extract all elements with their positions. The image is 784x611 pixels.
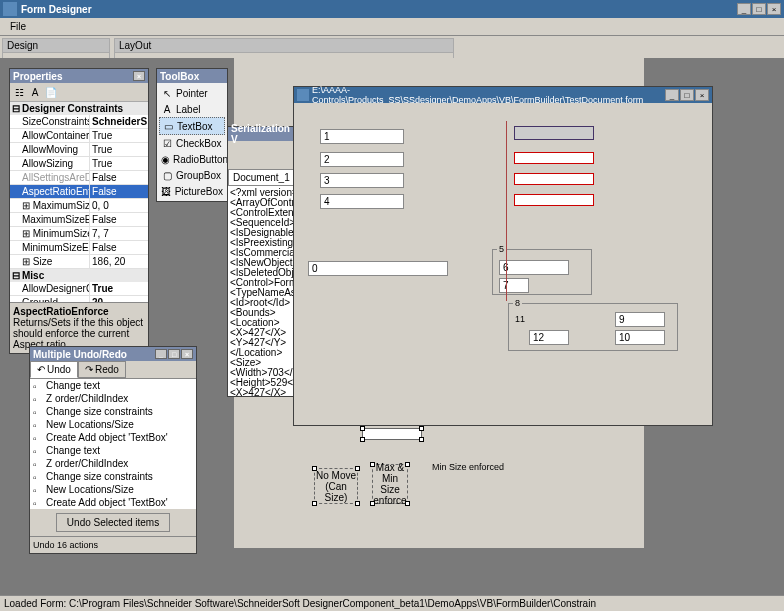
property-row[interactable]: ⊞ MaximumSize0, 0 — [10, 199, 148, 213]
textbox-10[interactable]: 10 — [615, 330, 665, 345]
expander-icon[interactable]: ⊟ — [12, 270, 22, 281]
property-row[interactable]: AllowContainerChangeTrue — [10, 129, 148, 143]
undo-selected-button[interactable]: Undo Selected items — [56, 513, 170, 532]
xml-view[interactable]: <?xml version="1.0"<ArrayOfControlExt <C… — [228, 186, 294, 396]
prop-page-icon[interactable]: 📄 — [44, 85, 58, 99]
property-value[interactable]: True — [90, 157, 148, 170]
textbox-12[interactable]: 12 — [529, 330, 569, 345]
prop-categorize-icon[interactable]: ☷ — [12, 85, 26, 99]
toolbox-item-pointer[interactable]: ↖Pointer — [159, 85, 225, 101]
property-row[interactable]: ⊞ Size186, 20 — [10, 255, 148, 269]
textbox-4b[interactable] — [514, 194, 594, 206]
combo-1[interactable] — [514, 126, 594, 140]
property-value[interactable]: True — [90, 282, 148, 295]
textbox-2b[interactable] — [514, 152, 594, 164]
groupbox-5[interactable]: 5 6 7 — [492, 249, 592, 295]
undo-titlebar[interactable]: Multiple Undo/Redo _ □ × — [30, 347, 196, 361]
expander-icon[interactable]: ⊟ — [12, 103, 22, 114]
toolbox-item-groupbox[interactable]: ▢GroupBox — [159, 167, 225, 183]
toolbox-item-checkbox[interactable]: ☑CheckBox — [159, 135, 225, 151]
toolbox-titlebar[interactable]: ToolBox — [157, 69, 227, 83]
undo-max-button[interactable]: □ — [168, 349, 180, 359]
minimize-button[interactable]: _ — [737, 3, 751, 15]
property-row[interactable]: AllowDesignerChangesTrue — [10, 282, 148, 296]
maximize-button[interactable]: □ — [752, 3, 766, 15]
prop-alpha-icon[interactable]: A — [28, 85, 42, 99]
properties-titlebar[interactable]: Properties × — [10, 69, 148, 83]
property-row[interactable]: ⊞ MinimumSize7, 7 — [10, 227, 148, 241]
property-value[interactable]: False — [90, 241, 148, 254]
undo-item[interactable]: ▫Change text — [30, 444, 196, 457]
textbox-3[interactable]: 3 — [320, 173, 404, 188]
property-value[interactable]: 20 — [90, 296, 148, 302]
property-value[interactable]: 186, 20 — [90, 255, 148, 268]
property-name: AllowContainerChange — [10, 129, 90, 142]
property-row[interactable]: SizeConstraintsSchneiderS — [10, 115, 148, 129]
property-row[interactable]: MinimumSizeEnforceFalse — [10, 241, 148, 255]
doc-maximize-button[interactable]: □ — [680, 89, 694, 101]
textbox-6[interactable]: 6 — [499, 260, 569, 275]
toolbox-item-textbox[interactable]: ▭TextBox — [159, 117, 225, 135]
property-value[interactable]: True — [90, 129, 148, 142]
serial-tab-1[interactable]: Document_1 — [228, 169, 295, 186]
property-value[interactable]: False — [90, 171, 148, 184]
undo-item[interactable]: ▫Change size constraints — [30, 405, 196, 418]
design-surface-2[interactable] — [362, 428, 422, 440]
serialization-titlebar[interactable]: Serialization V — [228, 127, 294, 141]
textbox-1[interactable]: 1 — [320, 129, 404, 144]
toolbox-item-label[interactable]: ALabel — [159, 101, 225, 117]
property-value[interactable]: True — [90, 143, 148, 156]
undo-item[interactable]: ▫Create Add object 'TextBox' — [30, 496, 196, 509]
undo-close-button[interactable]: × — [181, 349, 193, 359]
toolbox-panel: ToolBox ↖PointerALabel▭TextBox☑CheckBox◉… — [156, 68, 228, 202]
undo-item[interactable]: ▫New Locations/Size — [30, 418, 196, 431]
property-value[interactable]: False — [90, 213, 148, 226]
undo-min-button[interactable]: _ — [155, 349, 167, 359]
property-name: AspectRatioEnforce — [10, 185, 90, 198]
property-row[interactable]: AllowMovingTrue — [10, 143, 148, 157]
property-row[interactable]: GroupId20 — [10, 296, 148, 302]
properties-close-button[interactable]: × — [133, 71, 145, 81]
property-row[interactable]: AspectRatioEnforceFalse — [10, 185, 148, 199]
toolbox-item-label: Pointer — [176, 88, 208, 99]
textbox-3b[interactable] — [514, 173, 594, 185]
property-name: ⊞ MaximumSize — [10, 199, 90, 212]
undo-tab-undo[interactable]: ↶Undo — [30, 361, 78, 378]
undo-list[interactable]: ▫Change text▫Z order/ChildIndex▫Change s… — [30, 379, 196, 509]
undo-item[interactable]: ▫Change text — [30, 379, 196, 392]
undo-item[interactable]: ▫Z order/ChildIndex — [30, 392, 196, 405]
property-row[interactable]: AllowSizingTrue — [10, 157, 148, 171]
groupbox-8[interactable]: 8 11 9 12 10 — [508, 303, 678, 351]
properties-grid[interactable]: ⊟ Designer Constraints SizeConstraintsSc… — [10, 102, 148, 302]
undo-item[interactable]: ▫Z order/ChildIndex — [30, 457, 196, 470]
textbox-0[interactable]: 0 — [308, 261, 448, 276]
textbox-4[interactable]: 4 — [320, 194, 404, 209]
close-button[interactable]: × — [767, 3, 781, 15]
doc-close-button[interactable]: × — [695, 89, 709, 101]
undo-tab-redo[interactable]: ↷Redo — [78, 361, 126, 378]
property-name: AllSettingsAreDefaults — [10, 171, 90, 184]
toolbox-list: ↖PointerALabel▭TextBox☑CheckBox◉RadioBut… — [157, 83, 227, 201]
prop-cat-misc[interactable]: ⊟ Misc — [10, 269, 148, 282]
undo-item[interactable]: ▫Change size constraints — [30, 470, 196, 483]
property-value[interactable]: 7, 7 — [90, 227, 148, 240]
undo-item[interactable]: ▫New Locations/Size — [30, 483, 196, 496]
document-canvas[interactable]: 1 2 3 4 0 5 6 7 8 11 9 12 10 — [294, 103, 712, 425]
constraint-maxmin[interactable]: Max & Min Size enforce — [372, 464, 408, 504]
textbox-9[interactable]: 9 — [615, 312, 665, 327]
constraint-nomove[interactable]: No Move (Can Size) — [314, 468, 358, 504]
toolbox-item-radio[interactable]: ◉RadioButton — [159, 151, 225, 167]
property-value[interactable]: 0, 0 — [90, 199, 148, 212]
textbox-2[interactable]: 2 — [320, 152, 404, 167]
property-row[interactable]: MaximumSizeEnforceFalse — [10, 213, 148, 227]
property-value[interactable]: False — [90, 185, 148, 198]
property-row[interactable]: AllSettingsAreDefaultsFalse — [10, 171, 148, 185]
toolbox-item-picturebox[interactable]: 🖼PictureBox — [159, 183, 225, 199]
property-value[interactable]: SchneiderS — [90, 115, 148, 128]
textbox-7[interactable]: 7 — [499, 278, 529, 293]
document-titlebar[interactable]: E:\AAAA-Controls\Products_SS\SSdesigner\… — [294, 87, 712, 103]
undo-item[interactable]: ▫Create Add object 'TextBox' — [30, 431, 196, 444]
menu-file[interactable]: File — [4, 19, 32, 34]
doc-minimize-button[interactable]: _ — [665, 89, 679, 101]
prop-cat-designer[interactable]: ⊟ Designer Constraints — [10, 102, 148, 115]
